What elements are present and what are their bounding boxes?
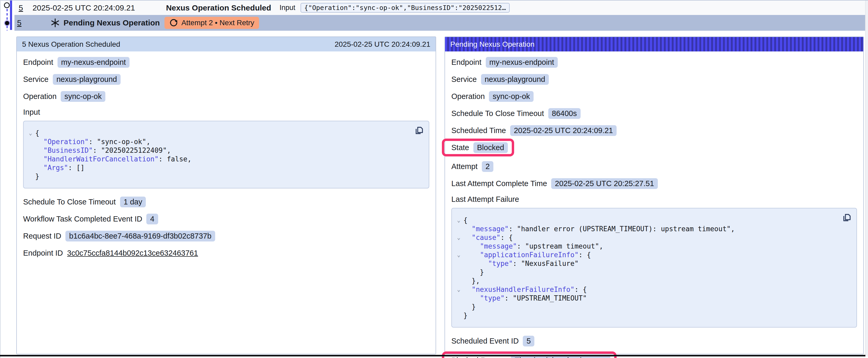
collapse-chevron-icon[interactable]: ⌄ <box>454 217 463 223</box>
event-id-link[interactable]: 5 <box>19 3 23 12</box>
field-value-badge: 4 <box>146 214 158 224</box>
json-code-line: } <box>26 172 424 181</box>
json-code-line: "Args": [] <box>26 163 424 172</box>
json-code-line: "HandlerWaitForCancellation": false, <box>26 155 424 163</box>
copy-icon[interactable] <box>841 213 852 223</box>
field-value-badge: 86400s <box>548 108 581 119</box>
field-value-badge: my-nexus-endpoint <box>58 57 130 68</box>
field-endpoint-id: Endpoint ID3c0c75ccfa8144b092c13ce632463… <box>23 248 198 259</box>
collapse-chevron-icon[interactable]: ⌄ <box>454 286 463 293</box>
json-code-line: "type": "UPSTREAM_TIMEOUT" <box>454 294 851 302</box>
field-schedule-to-close-timeout: Schedule To Close Timeout1 day <box>23 196 146 207</box>
json-code-line: ⌄{ <box>26 129 424 137</box>
json-text: : { <box>579 251 591 259</box>
input-section-label: Input <box>23 108 429 117</box>
json-key: "message" <box>480 242 517 250</box>
json-text <box>463 294 480 302</box>
asterisk-icon <box>51 18 60 28</box>
field-endpoint: Endpointmy-nexus-endpoint <box>451 57 558 68</box>
json-text: : "sync-op-ok", <box>89 138 151 146</box>
field-label: Endpoint <box>451 58 482 67</box>
json-text: : false, <box>159 155 191 163</box>
input-preview-chip[interactable]: {"Operation":"sync-op-ok","BusinessID":"… <box>301 3 510 12</box>
json-key: "Args" <box>43 164 68 172</box>
field-service: Servicenexus-playground <box>451 74 549 85</box>
json-text: } <box>463 303 476 311</box>
event-detail-header: 5 Nexus Operation Scheduled 2025-02-25 U… <box>17 37 436 52</box>
json-text: : "handler error (UPSTREAM_TIMEOUT): ups… <box>508 225 735 233</box>
collapse-chevron-icon[interactable]: ⌄ <box>454 252 463 258</box>
json-text: } <box>35 172 39 180</box>
vertical-scrollbar[interactable] <box>865 1 868 356</box>
json-code-line: "message": "handler error (UPSTREAM_TIME… <box>454 224 851 233</box>
field-value-badge: 2025-02-25 UTC 20:24:09.21 <box>510 125 617 136</box>
json-code-line: } <box>454 311 851 320</box>
pending-operation-header: Pending Nexus Operation <box>445 37 863 52</box>
json-text <box>463 242 480 250</box>
json-code-line: "message": "upstream timeout", <box>454 242 851 250</box>
pending-operation-card: Pending Nexus Operation Endpointmy-nexus… <box>444 36 864 354</box>
json-key: "applicationFailureInfo" <box>480 251 579 259</box>
json-text <box>463 234 471 241</box>
collapse-chevron-icon[interactable]: ⌄ <box>454 234 463 241</box>
json-code-line: "type": "NexusFailure" <box>454 259 851 268</box>
json-key: "cause" <box>471 234 500 241</box>
json-text: } <box>463 312 468 319</box>
field-label: Operation <box>23 92 57 101</box>
field-label: Last Attempt Complete Time <box>451 179 547 188</box>
field-value-badge: 2025-02-25 UTC 20:25:27.51 <box>551 178 657 189</box>
last-attempt-failure-label: Last Attempt Failure <box>451 195 857 204</box>
retry-icon <box>169 19 178 27</box>
field-value-badge: nexus-playground <box>481 74 549 85</box>
pending-operation-title: Pending Nexus Operation <box>64 19 160 27</box>
json-key: "BusinessID" <box>43 147 93 154</box>
timeline-open-circle-icon <box>4 2 10 8</box>
json-text: }, <box>463 277 480 285</box>
event-row-scheduled[interactable]: 5 2025-02-25 UTC 20:24:09.21 Nexus Opera… <box>14 1 866 15</box>
json-text <box>35 155 43 163</box>
event-id-link[interactable]: 5 <box>17 19 22 27</box>
json-text <box>35 138 43 146</box>
field-value-badge: sync-op-ok <box>61 91 105 102</box>
field-value-badge: Blocked <box>473 142 508 153</box>
field-label: Scheduled Event ID <box>451 337 519 346</box>
json-text: : { <box>500 234 513 241</box>
workflow-event-history-screen: 5 2025-02-25 UTC 20:24:09.21 Nexus Opera… <box>0 0 868 358</box>
field-label: Endpoint <box>23 58 53 67</box>
json-text: : { <box>575 286 587 293</box>
attempt-retry-label: Attempt 2 • Next Retry <box>181 19 254 27</box>
field-schedule-to-close-timeout: Schedule To Close Timeout86400s <box>451 108 581 119</box>
event-detail-card: 5 Nexus Operation Scheduled 2025-02-25 U… <box>16 36 436 354</box>
json-code-line: "Operation": "sync-op-ok", <box>26 137 424 146</box>
event-detail-timestamp: 2025-02-25 UTC 20:24:09.21 <box>335 40 430 48</box>
field-value-badge: 5 <box>523 336 534 347</box>
json-text: { <box>35 129 39 137</box>
json-code-line: ⌄ "nexusHandlerFailureInfo": { <box>454 285 851 294</box>
json-key: "HandlerWaitForCancellation" <box>43 155 158 163</box>
field-label: Workflow Task Completed Event ID <box>23 215 142 223</box>
failure-json-viewer: ⌄{ "message": "handler error (UPSTREAM_T… <box>451 208 857 328</box>
field-value-link[interactable]: 3c0c75ccfa8144b092c13ce632463761 <box>67 249 198 258</box>
left-border <box>0 0 1 358</box>
event-title: Nexus Operation Scheduled <box>166 3 271 12</box>
collapse-chevron-icon[interactable]: ⌄ <box>26 130 35 136</box>
event-timestamp: 2025-02-25 UTC 20:24:09.21 <box>33 3 135 12</box>
json-key: "type" <box>480 294 505 302</box>
json-key: "type" <box>488 260 513 267</box>
field-label: Schedule To Close Timeout <box>451 109 544 118</box>
json-text <box>463 286 471 293</box>
field-workflow-task-completed-event-id: Workflow Task Completed Event ID4 <box>23 214 158 224</box>
event-row-pending[interactable]: 5 Pending Nexus Operation Attempt 2 • Ne… <box>14 15 866 31</box>
window-bottom-edge <box>0 355 865 356</box>
json-text: } <box>463 268 484 276</box>
json-text: : "upstream timeout", <box>517 242 603 250</box>
field-value-badge: my-nexus-endpoint <box>486 57 558 68</box>
copy-icon[interactable] <box>413 126 424 136</box>
json-text: : "NexusFailure" <box>513 260 579 267</box>
timeline-active-bar <box>10 1 12 30</box>
json-text <box>463 225 471 233</box>
json-text: : "UPSTREAM_TIMEOUT" <box>505 294 587 302</box>
field-value-badge: 2 <box>482 161 493 172</box>
field-request-id: Request IDb1c6a4bc-8ee7-468a-9169-df3b02… <box>23 230 215 241</box>
field-value-badge: sync-op-ok <box>489 91 533 102</box>
